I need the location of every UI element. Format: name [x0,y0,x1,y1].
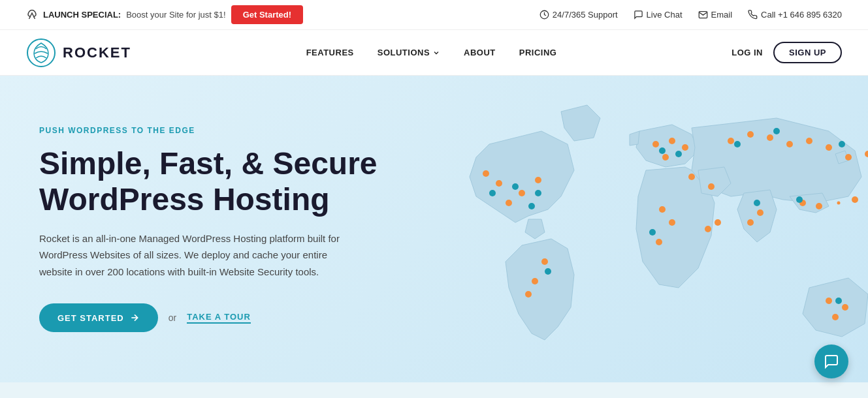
svg-point-37 [715,219,721,226]
solutions-link[interactable]: SOLUTIONS [378,48,440,57]
svg-point-36 [705,226,711,232]
svg-point-30 [656,239,662,245]
hero-tour-link[interactable]: TAKE A TOUR [187,312,251,324]
hero-description: Rocket is an all-in-one Managed WordPres… [39,230,359,281]
svg-point-33 [832,314,839,320]
svg-point-8 [541,258,548,265]
navbar: ROCKET FEATURES SOLUTIONS ABOUT PRICING … [0,30,868,76]
svg-point-4 [519,190,525,196]
svg-point-46 [734,141,741,147]
svg-point-3 [496,180,502,187]
svg-point-25 [747,219,754,226]
get-started-button[interactable]: Get Started! [231,5,303,24]
chat-icon [634,10,643,20]
top-bar: LAUNCH SPECIAL: Boost your Site for just… [0,0,868,30]
svg-point-42 [535,190,541,196]
svg-point-16 [708,183,715,190]
live-chat-link[interactable]: Live Chat [634,10,683,20]
arrow-right-icon [129,313,140,323]
about-link[interactable]: ABOUT [464,48,496,57]
world-map [437,92,868,366]
svg-point-32 [842,304,848,311]
svg-point-38 [852,196,858,203]
svg-point-24 [757,209,764,216]
svg-point-49 [754,200,760,206]
svg-point-50 [835,298,842,304]
hero-subtitle: PUSH WORDPRESS TO THE EDGE [39,126,378,135]
svg-point-27 [816,203,822,209]
svg-point-31 [826,298,832,304]
phone-icon [539,10,549,20]
hero-title: Simple, Fast, & Secure WordPress Hosting [39,145,378,217]
svg-point-52 [839,141,845,147]
svg-point-6 [506,200,512,206]
svg-point-14 [662,154,669,161]
login-button[interactable]: LOG IN [731,48,763,57]
svg-point-43 [545,268,551,275]
email-icon [698,10,708,20]
svg-point-13 [682,144,688,151]
hero-buttons: GET STARTED or TAKE A TOUR [39,303,378,332]
svg-point-47 [773,128,780,134]
hero-cta-button[interactable]: GET STARTED [39,303,158,332]
pricing-link[interactable]: PRICING [519,48,557,57]
svg-point-34 [837,202,841,205]
svg-point-19 [767,134,773,141]
svg-point-7 [483,170,489,177]
svg-point-18 [747,131,754,138]
call-icon [748,10,758,20]
logo-icon [26,38,56,68]
hero-content: PUSH WORDPRESS TO THE EDGE Simple, Fast,… [39,126,378,333]
svg-point-15 [688,174,695,180]
email-link[interactable]: Email [698,10,733,20]
support-link[interactable]: 24/7/365 Support [539,10,618,20]
svg-point-29 [669,219,675,226]
chat-bubble-icon [824,354,839,369]
svg-point-22 [826,144,832,151]
svg-point-10 [525,291,532,298]
signup-button[interactable]: SIGN UP [773,42,842,63]
svg-point-9 [532,278,538,284]
hero-section: PUSH WORDPRESS TO THE EDGE Simple, Fast,… [0,76,868,382]
launch-label: LAUNCH SPECIAL: [43,10,121,20]
svg-point-44 [659,147,666,154]
launch-promo: LAUNCH SPECIAL: Boost your Site for just… [26,5,303,24]
svg-point-12 [669,138,675,144]
chevron-down-icon [432,49,440,57]
svg-point-5 [535,177,541,183]
logo-text: ROCKET [63,44,131,61]
svg-point-20 [786,141,793,147]
svg-point-17 [728,138,734,144]
svg-point-41 [528,203,535,209]
top-bar-right: 24/7/365 Support Live Chat Email Call +1… [539,10,842,20]
svg-point-51 [649,229,656,236]
svg-point-48 [796,196,803,203]
call-link[interactable]: Call +1 646 895 6320 [748,10,842,20]
hero-or-label: or [169,313,176,323]
launch-text: Boost your Site for just $1! [126,10,225,20]
features-link[interactable]: FEATURES [306,48,354,57]
live-chat-button[interactable] [814,344,848,378]
svg-point-11 [652,141,659,147]
nav-auth: LOG IN SIGN UP [731,42,842,63]
rocket-icon [26,9,38,21]
svg-point-40 [489,190,496,196]
svg-point-28 [659,206,666,213]
svg-point-39 [512,183,519,190]
svg-point-21 [806,138,812,144]
svg-point-35 [865,151,868,157]
nav-links: FEATURES SOLUTIONS ABOUT PRICING [306,48,557,57]
logo[interactable]: ROCKET [26,38,131,68]
svg-point-45 [675,151,682,157]
svg-point-23 [845,154,852,161]
